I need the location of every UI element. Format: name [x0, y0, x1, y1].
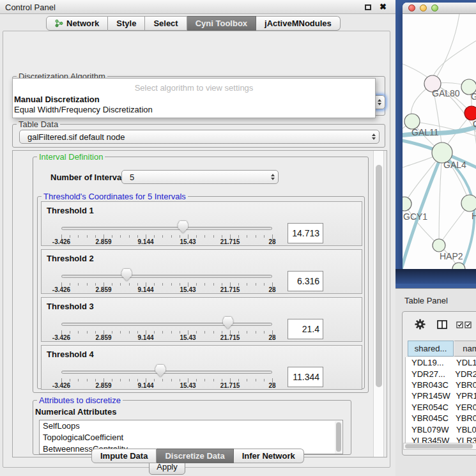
slider-tick [95, 283, 96, 286]
number-of-intervals-combobox[interactable]: 5 [121, 170, 279, 184]
checkbox-icon[interactable] [456, 321, 463, 328]
slider-thumb[interactable] [223, 317, 233, 329]
slider-tick-label: -3.426 [45, 334, 77, 341]
threshold-value-field[interactable]: 14.713 [288, 223, 323, 243]
slider-tick-label: 2.859 [88, 238, 119, 245]
table-row[interactable]: YPR145WYPR1 [406, 390, 476, 401]
slider-tick [264, 331, 265, 334]
split-columns-icon[interactable] [437, 320, 447, 329]
slider-tick [70, 283, 70, 286]
network-node-c[interactable] [464, 106, 476, 120]
tab-cyni-toolbox[interactable]: Cyni Toolbox [187, 16, 256, 31]
table-row[interactable]: YBL079WYBL0 [406, 424, 476, 434]
threshold-slider-track[interactable] [61, 275, 272, 278]
slider-thumb[interactable] [121, 269, 132, 281]
tab-style[interactable]: Style [108, 16, 145, 31]
tab-select[interactable]: Select [145, 16, 187, 31]
slider-tick-label: -3.426 [45, 382, 77, 389]
table-row[interactable]: YER054CYER0 [406, 402, 476, 413]
combo-stepper-icon[interactable] [378, 96, 381, 109]
table-column-header-name[interactable]: name [454, 341, 476, 357]
scrollbar-thumb[interactable] [376, 165, 382, 387]
slider-tick-label: 9.144 [130, 334, 162, 341]
slider-tick [171, 379, 172, 381]
close-traffic-light-icon[interactable] [408, 4, 415, 12]
attributes-group: Attributes to discretize Numerical Attri… [33, 400, 351, 455]
table-row[interactable]: YBR043CYBR0 [406, 380, 476, 390]
checkbox-icon[interactable] [464, 321, 472, 328]
table-row[interactable]: YDL19...YDL1 [406, 357, 476, 368]
table-column-header-shared-name[interactable]: shared... [408, 341, 454, 357]
node-label-c: C [473, 119, 476, 129]
slider-tick [162, 235, 163, 238]
network-node-gcy1[interactable] [403, 197, 411, 211]
network-canvas[interactable]: GAL80GACGAL11GAL4GCY1HHAP2 [403, 14, 476, 269]
zoom-traffic-light-icon[interactable] [431, 4, 438, 12]
slider-tick-label: 9.144 [130, 286, 162, 293]
algorithm-option-equal-width-frequency-discretization[interactable]: Equal Width/Frequency Discretization [13, 105, 375, 115]
slider-tick-label: 2.859 [88, 334, 119, 341]
slider-tick [70, 235, 70, 238]
close-icon[interactable]: ✖ [380, 2, 387, 12]
table-data-title: Table Data [17, 119, 60, 129]
network-node-hap2[interactable] [433, 239, 445, 252]
table-data-combobox[interactable]: galFiltered.sif default node [19, 130, 380, 144]
network-icon [55, 19, 63, 27]
slider-tick [180, 379, 180, 381]
threshold-value-field[interactable]: 21.4 [288, 319, 323, 339]
table-row[interactable]: YBR045CYBR0 [406, 413, 476, 424]
attribute-item-selfloops[interactable]: SelfLoops [40, 420, 342, 432]
slider-tick-label: 21.715 [214, 238, 246, 245]
attributes-list-scrollbar[interactable] [335, 421, 342, 454]
numerical-attributes-heading: Numerical Attributes [35, 407, 116, 417]
attribute-item-topologicalcoefficient[interactable]: TopologicalCoefficient [40, 432, 342, 443]
network-node-h[interactable] [461, 195, 476, 211]
table-row[interactable]: YDR27...YDR2 [406, 368, 476, 379]
settings-vertical-scrollbar[interactable] [373, 151, 384, 457]
threshold-value-field[interactable]: 11.344 [288, 367, 323, 387]
control-panel-title: Control Panel [5, 3, 56, 12]
combo-stepper-icon[interactable] [271, 171, 275, 183]
slider-tick [213, 235, 214, 238]
tab-network[interactable]: Network [46, 16, 108, 31]
threshold-slider-track[interactable] [61, 323, 272, 326]
slider-tick [222, 379, 222, 381]
cyni-mode-tab-bar: Impute DataDiscretize DataInfer Network [91, 449, 304, 463]
slider-tick-label: 21.715 [214, 334, 246, 341]
threshold-slider-track[interactable] [61, 371, 272, 374]
slider-tick [70, 331, 70, 334]
slider-tick-label: -3.426 [45, 286, 77, 293]
thresholds-group-title: Threshold's Coordinates for 5 Intervals [42, 192, 188, 201]
threshold-value-field[interactable]: 6.316 [288, 271, 323, 291]
minimize-traffic-light-icon[interactable] [420, 4, 427, 12]
combo-stepper-icon[interactable] [372, 130, 376, 143]
algorithm-option-manual-discretization[interactable]: Manual Discretization [13, 95, 375, 105]
table-horizontal-scrollbar[interactable] [403, 443, 476, 450]
slider-tick [129, 235, 130, 238]
tab-discretize-data[interactable]: Discretize Data [157, 449, 233, 463]
slider-tick [213, 283, 214, 286]
slider-tick [204, 235, 205, 238]
network-view-window[interactable]: GAL80GACGAL11GAL4GCY1HHAP2 [403, 3, 476, 269]
table-row[interactable]: YLR345WYLR3 [406, 435, 476, 443]
threshold-slider-track[interactable] [61, 227, 272, 230]
slider-tick [70, 379, 70, 381]
table-cell: YER054C [406, 403, 450, 412]
attributes-group-title: Attributes to discretize [37, 395, 123, 405]
slider-tick [129, 283, 130, 286]
gear-icon[interactable] [415, 319, 426, 330]
slider-tick [112, 379, 112, 381]
threshold-label: Threshold 2 [47, 254, 94, 263]
interval-definition-group: Interval Definition Number of Intervals … [33, 157, 369, 393]
slider-thumb[interactable] [155, 365, 165, 377]
threshold-panel-4: Threshold 4-3.4262.8599.14415.4321.71528… [41, 345, 362, 390]
tab-jactivemnodules[interactable]: jActiveMNodules [256, 16, 341, 31]
slider-tick [247, 283, 247, 286]
tab-impute-data[interactable]: Impute Data [91, 449, 157, 463]
float-window-icon[interactable] [365, 4, 371, 10]
table-cell: YPR1 [450, 391, 476, 401]
slider-thumb[interactable] [178, 221, 188, 233]
node-table-rows[interactable]: YDL19...YDL1YDR27...YDR2YBR043CYBR0YPR14… [405, 357, 476, 443]
tab-label: Discretize Data [165, 451, 224, 461]
tab-infer-network[interactable]: Infer Network [234, 449, 304, 463]
